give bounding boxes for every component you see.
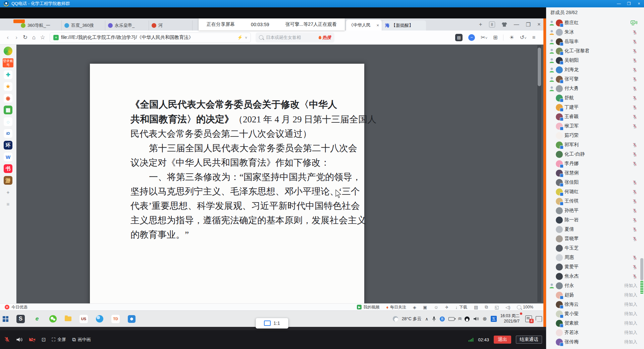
tab-3[interactable]: 河 [149, 20, 193, 31]
window-close-button[interactable]: × [634, 0, 644, 7]
taskbar-browser-e-icon[interactable]: e [33, 315, 41, 323]
member-row[interactable]: 焦永杰 [546, 272, 644, 281]
member-row[interactable]: 舒航 [546, 93, 644, 103]
adblock-icon[interactable]: − [468, 34, 475, 41]
action-center-icon[interactable] [536, 316, 542, 322]
search-placeholder[interactable]: 日本或诞生女首相 [266, 35, 316, 41]
taskbar-camera-app-icon[interactable] [128, 315, 136, 323]
share-scale-badge[interactable]: 1:1 [256, 318, 288, 329]
dock-add-icon[interactable]: + [4, 188, 12, 196]
tray-expand-icon[interactable]: ∧ [425, 316, 429, 322]
reader-icon[interactable]: ▤ [455, 34, 463, 41]
tab-active-education-law[interactable]: 《中华人民 × [346, 20, 382, 31]
brightness-icon[interactable]: ☀ [509, 34, 514, 41]
member-row[interactable]: 岳瑞丰 [546, 37, 644, 46]
dock-circles-icon[interactable]: ◌ [4, 117, 12, 126]
member-row[interactable]: 朱冰 [546, 27, 644, 37]
share-window-icon[interactable]: ⊡ [42, 337, 46, 343]
tab-new-alert[interactable]: 海 【新提醒】 [382, 20, 426, 31]
exit-button[interactable]: 退出 [494, 336, 511, 344]
speaker-icon[interactable] [16, 337, 23, 342]
bottombar-item-10[interactable]: ◁) [505, 305, 510, 310]
dock-edu-site-icon[interactable]: 环 [4, 141, 12, 150]
member-row[interactable]: 黄爱平 [546, 262, 644, 272]
taskbar-wechat-icon[interactable] [49, 315, 57, 323]
tab-close-icon[interactable]: × [376, 23, 379, 28]
member-row[interactable]: 何璐红 [546, 187, 644, 196]
home-icon[interactable]: ⌂ [30, 34, 38, 41]
taskbar-start-icon[interactable] [3, 316, 8, 322]
fullscreen-button[interactable]: ⛶ 全屏 [52, 337, 66, 343]
bottombar-item-4[interactable]: ☺ [434, 305, 438, 310]
hot-search-label[interactable]: 热搜 [319, 35, 331, 41]
member-row[interactable]: 黄小莹待加入 [546, 309, 644, 318]
member-row[interactable]: 贺素姣待加入 [546, 318, 644, 328]
theme-shirt-icon[interactable] [502, 22, 507, 27]
member-row[interactable]: 夏倩 [546, 225, 644, 234]
url-text[interactable]: file:///E:/我的化工学院工作/政治学习/《中华人民共和国教育法》 [61, 35, 235, 41]
member-row[interactable]: 付大勇 [546, 84, 644, 93]
tab-1[interactable]: 百度_360搜 [62, 20, 105, 31]
search-box[interactable]: 日本或诞生女首相 热搜 [256, 33, 334, 43]
weather-text[interactable]: 28°C 多云 [402, 316, 422, 322]
end-call-button[interactable]: 结束通话 [516, 336, 542, 344]
member-row[interactable]: 赵扬待加入 [546, 290, 644, 300]
member-row[interactable]: 齐若冰待加入 [546, 328, 644, 337]
dock-list-icon[interactable]: ≡ [4, 199, 12, 208]
taskbar-explorer-folder-icon[interactable] [65, 316, 71, 321]
menu-icon[interactable]: ≡ [532, 35, 535, 41]
taskbar-us-app-icon[interactable]: US [79, 315, 88, 323]
today-picks-label[interactable]: 今日优选 [11, 304, 28, 310]
dock-game-icon[interactable]: 游 [4, 176, 12, 185]
forward-icon[interactable]: › [12, 34, 21, 41]
tab-2[interactable]: 永乐皇帝_ [105, 20, 149, 31]
bookmark-star-icon[interactable]: ☆ [38, 34, 47, 41]
refresh-icon[interactable]: ↻ [21, 34, 30, 41]
bluetooth-icon[interactable]: B [440, 316, 445, 322]
member-row[interactable]: 牛玉芝 [546, 243, 644, 253]
member-row[interactable]: 茹巧荣 [546, 131, 644, 140]
eject-icon[interactable]: ⊗ [483, 316, 487, 322]
dock-360-logo[interactable] [4, 47, 12, 55]
microphone-icon[interactable] [432, 316, 436, 322]
sidebar-scrollbar[interactable] [640, 258, 643, 296]
member-row[interactable]: 化工-张黎君 [546, 46, 644, 56]
ime-indicator[interactable]: 五 [491, 316, 497, 322]
scissors-icon[interactable]: ✂˅ [481, 34, 487, 41]
bottombar-item-0[interactable]: ▶我的视频 [357, 304, 379, 310]
window-maximize-button[interactable]: ❐ [624, 0, 634, 7]
bottombar-item-2[interactable]: ◈ [413, 305, 416, 310]
member-row[interactable]: 化工-白静 [546, 150, 644, 159]
camera-muted-icon[interactable] [29, 337, 36, 342]
undo-icon[interactable]: ↺˅ [520, 34, 527, 41]
apps-grid-icon[interactable]: ⊞ [493, 34, 497, 41]
dock-health-cross-icon[interactable]: ✚ [4, 70, 12, 79]
dock-redbook-icon[interactable]: 书 [4, 164, 12, 173]
dock-notes-icon[interactable]: ▦ [4, 106, 12, 114]
member-row[interactable]: 陈一岩 [546, 215, 644, 225]
wifi-icon[interactable]: ))) [458, 317, 462, 320]
taskbar-td-app-icon[interactable]: TD [111, 315, 120, 323]
dock-id-app-icon[interactable]: iD [4, 129, 12, 138]
member-row[interactable]: 郭军利 [546, 140, 644, 150]
qq-tray-icon[interactable] [465, 316, 470, 322]
taskbar-clock[interactable]: 16:03 周二 2021/9/7 [500, 313, 522, 324]
pip-button[interactable]: ⧉ 画中画 [72, 337, 91, 343]
bottombar-item-6[interactable]: ↓下载 [455, 304, 468, 310]
browser-minimize-button[interactable]: — [514, 21, 519, 27]
member-row[interactable]: 缑卫军 [546, 121, 644, 131]
member-row[interactable]: 吴朝阳 [546, 56, 644, 65]
browser-close-button[interactable]: × [537, 21, 541, 28]
member-row[interactable]: 李丹娜 [546, 159, 644, 168]
member-row[interactable]: 王传琪 [546, 196, 644, 206]
tab-count-badge[interactable]: 8 [489, 21, 495, 27]
bottombar-item-8[interactable]: ⧉ [485, 304, 488, 310]
bottombar-item-9[interactable]: ◱ [495, 305, 499, 310]
login-account-tag[interactable]: 登录账号 [3, 58, 13, 67]
member-row[interactable]: 付永待加入 [546, 281, 644, 290]
member-row[interactable]: 张传梅待加入 [546, 337, 644, 347]
member-row[interactable]: 徐海云待加入 [546, 300, 644, 309]
bottombar-item-3[interactable]: ▣ [423, 305, 427, 310]
bottombar-item-11[interactable]: 100% [517, 305, 533, 309]
window-minimize-button[interactable]: — [614, 0, 624, 7]
